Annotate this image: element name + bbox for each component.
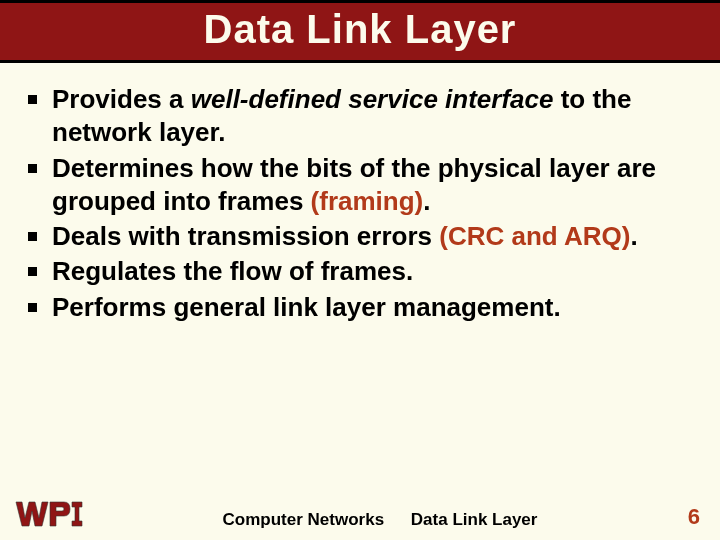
bullet-text: . [423, 186, 430, 216]
bullet-text: . [630, 221, 637, 251]
footer-text: Computer Networks Data Link Layer [84, 510, 676, 530]
footer-topic: Data Link Layer [411, 510, 538, 529]
bullet-item: Performs general link layer management. [18, 291, 702, 324]
slide-title: Data Link Layer [0, 7, 720, 52]
bullet-item: Regulates the flow of frames. [18, 255, 702, 288]
bullet-list: Provides a well-defined service interfac… [18, 83, 702, 324]
bullet-text: Deals with transmission errors [52, 221, 439, 251]
footer-course: Computer Networks [223, 510, 385, 529]
bullet-text: Provides a [52, 84, 191, 114]
bullet-text: (CRC and ARQ) [439, 221, 630, 251]
slide-footer: Computer Networks Data Link Layer 6 [0, 480, 720, 540]
bullet-text: Performs general link layer management. [52, 292, 561, 322]
bullet-item: Provides a well-defined service interfac… [18, 83, 702, 150]
bullet-text: (framing) [311, 186, 424, 216]
square-bullet-icon [28, 267, 37, 276]
bullet-item: Deals with transmission errors (CRC and … [18, 220, 702, 253]
square-bullet-icon [28, 303, 37, 312]
bullet-item: Determines how the bits of the physical … [18, 152, 702, 219]
square-bullet-icon [28, 95, 37, 104]
square-bullet-icon [28, 164, 37, 173]
title-bar: Data Link Layer [0, 0, 720, 63]
bullet-text: well-defined service interface [191, 84, 554, 114]
wpi-logo [14, 496, 84, 530]
page-number: 6 [676, 504, 700, 530]
bullet-text: Regulates the flow of frames. [52, 256, 413, 286]
square-bullet-icon [28, 232, 37, 241]
slide-content: Provides a well-defined service interfac… [0, 63, 720, 480]
